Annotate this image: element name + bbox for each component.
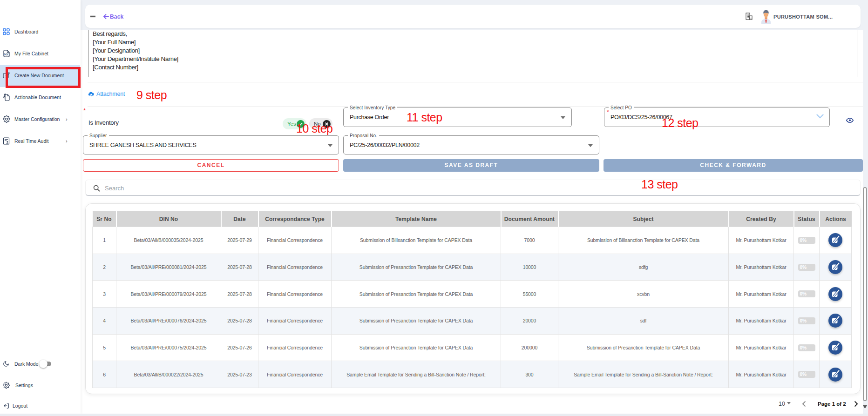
svg-text:DOC: DOC <box>4 54 9 56</box>
